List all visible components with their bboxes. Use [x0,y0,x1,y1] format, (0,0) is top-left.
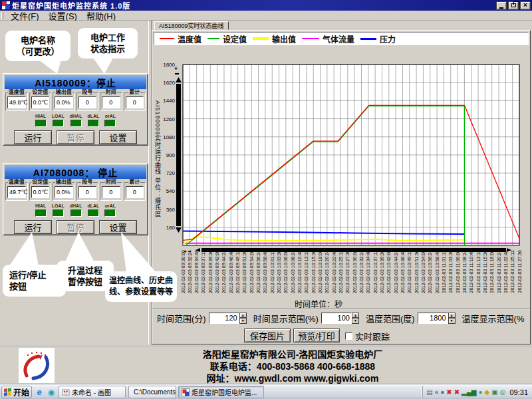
time-range-input[interactable] [209,313,239,324]
legend-swatch [360,38,376,40]
callout-status: 电炉工作 状态指示 [78,28,138,59]
taskbar: 开始 e ◉ ☎ » 未命名 - 画图 C:\Documents and Se.… [0,384,532,399]
alarm-led [53,209,64,217]
chart-frame: 温度值 设定值 输出值 气体流量 压力 AI5180009实时运行曲线 单位：摄… [152,30,531,344]
svg-text:2012-02-03 10:32:24: 2012-02-03 10:32:24 [359,250,364,293]
ie-icon[interactable]: e [35,388,44,396]
restore-button[interactable] [508,1,519,10]
spin-up-icon[interactable]: ▴ [448,313,456,319]
minimize-button[interactable] [496,1,507,10]
preview-print-button[interactable]: 预览/打印 [293,329,340,342]
svg-text:2012-02-03 10:10:48: 2012-02-03 10:10:48 [297,250,302,293]
svg-text:2012-02-03 10:06:00: 2012-02-03 10:06:00 [283,250,288,293]
furnace-2-alarms: HIAL LOAL dHAL dLAL orAL [3,203,148,218]
company-logo-icon [19,348,55,383]
security-shield-icon[interactable]: ◆ [485,389,490,396]
field-output: 输出值0.0% [53,92,75,111]
time-display-input[interactable] [321,313,352,324]
task-button-paint[interactable]: 未命名 - 画图 [59,386,126,398]
realtime-track-checkbox[interactable] [345,332,352,340]
legend-swatch [302,38,319,39]
alarm-indicator: dHAL [70,203,82,218]
pause-button[interactable]: 暂停 [57,220,94,234]
time-range-label: 时间范围(分) [157,312,206,325]
svg-text:2012-02-03 11:01:12: 2012-02-03 11:01:12 [442,250,446,293]
spin-down-icon[interactable]: ▾ [239,318,247,324]
menu-help[interactable]: 帮助(H) [82,9,120,22]
task-button-explorer[interactable]: C:\Documents and Se... [128,386,176,398]
tab-strip: AI5180009实时状态曲线 [152,21,532,30]
close-button[interactable]: × [520,1,531,10]
svg-text:2012-02-03 11:10:48: 2012-02-03 11:10:48 [469,250,473,293]
furnace-app-icon [182,388,190,396]
furnace-2-header[interactable]: AI7080008： 停止 [5,165,146,179]
furnace-1-header[interactable]: AI5180009：停止 [5,75,146,89]
network-disconnected-icon[interactable]: ✖ [446,389,452,396]
settings-button[interactable]: 设置 [99,220,137,234]
status-green-icon[interactable]: ● [440,389,444,396]
alarm-indicator: LOAL [52,114,65,128]
alarm-indicator: HIAL [35,203,47,218]
settings-button[interactable]: 设置 [99,130,137,144]
spin-down-icon[interactable]: ▾ [448,318,456,324]
network-disconnected-icon-2[interactable]: ✖ [454,389,460,396]
svg-text:2012-02-03 09:44:24: 2012-02-03 09:44:24 [221,250,226,293]
svg-text:2012-02-03 10:51:36: 2012-02-03 10:51:36 [414,250,419,293]
minimize-icon [499,7,503,9]
media-icon[interactable]: ▣ [491,389,497,396]
svg-text:+: + [174,65,178,72]
collapse-chevron-icon[interactable]: « [435,389,439,396]
svg-text:2012-02-03 09:37:12: 2012-02-03 09:37:12 [201,250,205,293]
pause-button[interactable]: 暂停 [57,130,94,144]
tab-realtime-curve[interactable]: AI5180009实时状态曲线 [154,21,229,30]
task-button-monitor-app[interactable]: 炬星窑炉国炬电炉监... [178,386,264,398]
field-output-value: 0.0% [55,96,73,108]
field-total-value: 0 [126,186,144,198]
messenger-icon[interactable]: ◉ [47,388,56,396]
svg-text:2012-02-03 10:15:36: 2012-02-03 10:15:36 [311,250,316,293]
chart-y-tick-labels: 18001620144012601080900720540360180 [163,62,175,231]
svg-text:2012-02-03 10:37:12: 2012-02-03 10:37:12 [373,250,378,293]
save-image-button[interactable]: 保存图片 [244,329,291,342]
field-segment: 段号0 [76,182,99,201]
svg-text:2012-02-03 10:18:00: 2012-02-03 10:18:00 [318,250,323,293]
svg-text:180: 180 [166,225,176,231]
spin-down-icon[interactable]: ▾ [352,318,359,324]
spin-up-icon[interactable]: ▴ [239,313,247,319]
document-icon[interactable]: ▤ [426,389,432,396]
svg-text:2012-02-03 09:34:48: 2012-02-03 09:34:48 [194,250,199,293]
menu-settings[interactable]: 设置(S) [44,9,82,22]
signal-strength-icon[interactable]: ▂▄▆ [462,389,476,396]
alarm-led [88,209,99,217]
tray-icons: ▤«●✖✖▂▄▆●◆▣◎ [426,389,505,396]
svg-text:2012-02-03 11:15:36: 2012-02-03 11:15:36 [483,250,487,293]
temp-range-input[interactable] [418,313,448,324]
svg-text:2012-02-03 11:25:12: 2012-02-03 11:25:12 [510,250,515,293]
svg-text:2012-02-03 09:46:48: 2012-02-03 09:46:48 [229,250,233,293]
svg-text:720: 720 [166,170,176,176]
menu-file[interactable]: 文件(F) [6,9,44,22]
furnace-panel-1: AI5180009：停止 温度值49.8℃ 设定值0.0℃ 输出值0.0% 段号… [3,73,148,146]
field-output-value: 0.0% [55,186,73,198]
alarm-led [70,120,82,127]
run-button[interactable]: 运行 [14,220,52,234]
svg-text:2012-02-03 11:03:36: 2012-02-03 11:03:36 [448,250,453,293]
messenger-status-icon[interactable]: ● [479,389,483,396]
svg-text:2012-02-03 11:20:24: 2012-02-03 11:20:24 [497,250,501,293]
field-time: 时间0 [100,182,122,201]
start-button[interactable]: 开始 [1,386,32,398]
legend-item-setpoint: 设定值 [207,33,247,45]
field-setpoint: 设定值0.0℃ [29,182,52,201]
update-icon[interactable]: ◎ [500,389,506,396]
svg-text:2012-02-03 09:32:24: 2012-02-03 09:32:24 [188,250,192,293]
alarm-indicator: dLAL [87,114,99,128]
svg-text:2012-02-03 10:25:12: 2012-02-03 10:25:12 [338,250,343,293]
svg-text:2012-02-03 11:22:48: 2012-02-03 11:22:48 [503,250,508,293]
legend-item-temperature: 温度值 [160,33,201,45]
run-button[interactable]: 运行 [14,130,52,144]
client-area: 电炉名称 （可更改） 电炉工作 状态指示 AI5180009：停止 温度值49.… [0,21,532,346]
spin-up-icon[interactable]: ▴ [352,313,359,319]
svg-text:2012-02-03 09:54:00: 2012-02-03 09:54:00 [249,250,254,293]
furnace-panel-2: AI7080008： 停止 温度值49.7℃ 设定值0.0℃ 输出值0.0% 段… [3,163,148,235]
legend-item-gasflow: 气体流量 [302,33,354,45]
